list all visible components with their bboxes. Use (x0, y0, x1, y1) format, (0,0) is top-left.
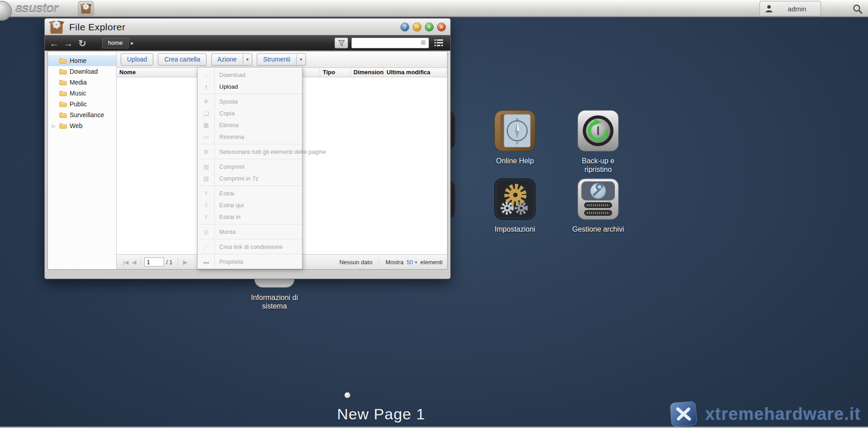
desktop-icon-online-help[interactable]: N S Online Help (486, 110, 544, 165)
menu-item-rinomina[interactable]: ▭ Rinomina (198, 131, 302, 143)
menu-item-label: Estrai (219, 190, 234, 197)
search-icon (852, 4, 863, 14)
breadcrumb-arrow-icon[interactable]: ▸ (131, 40, 134, 46)
menu-item-estrai-in[interactable]: ⇧ Estrai in (198, 211, 302, 223)
desktop-icon-backup-restore[interactable]: Back-up e ripristino (569, 110, 627, 174)
user-menu-button[interactable]: admin (760, 1, 821, 16)
divider (141, 258, 141, 266)
expand-triangle-icon[interactable]: ▷ (51, 124, 57, 128)
action-dropdown-menu: ↓ Download ↑ Upload ✜ Sposta ❏ Copia ▦ E… (197, 67, 302, 269)
folder-icon (59, 57, 67, 64)
view-mode-button[interactable] (432, 38, 446, 48)
properties-icon: ▬ (202, 258, 211, 265)
window-app-icon (48, 19, 65, 37)
compress-7z-icon: ▤ (202, 175, 211, 182)
sidebar-item-public[interactable]: Public (48, 99, 116, 109)
asustor-logo: asustor (15, 1, 58, 16)
menu-item-estrai-qui[interactable]: ⇧ Estrai qui (198, 199, 302, 211)
share-link-icon: ⋰ (202, 243, 211, 250)
menu-item-label: Upload (219, 83, 238, 90)
list-view-icon (434, 38, 444, 48)
previous-page-button[interactable]: ◀ (132, 259, 136, 266)
sidebar-item-label: Download (70, 68, 98, 75)
menu-item-copia[interactable]: ❏ Copia (198, 107, 302, 119)
maximize-button[interactable]: + (425, 23, 434, 31)
first-page-button[interactable]: |◀ (123, 259, 128, 266)
global-search-button[interactable] (851, 2, 864, 16)
close-button[interactable]: × (437, 23, 446, 31)
sidebar-item-media[interactable]: Media (48, 77, 116, 88)
corner-orb-icon[interactable] (0, 1, 12, 21)
menu-item-label: Proprietà (219, 258, 243, 265)
sidebar-item-label: Home (70, 57, 86, 64)
chevron-down-icon[interactable]: ▾ (296, 55, 306, 65)
menu-separator (198, 185, 302, 186)
folder-icon (59, 90, 67, 96)
column-header-dimensioni[interactable]: Dimensioni (351, 68, 384, 77)
window-titlebar[interactable]: File Explorer ? − + × (45, 19, 450, 35)
menu-item-label: Crea link di condivisione (219, 243, 283, 250)
sidebar-item-home[interactable]: Home (48, 55, 116, 66)
desktop-icon-storage-manager[interactable]: Gestione archivi (569, 178, 627, 233)
chevron-down-icon[interactable]: ▾ (243, 55, 252, 65)
column-header-ultima-modifica[interactable]: Ultima modifica (384, 68, 447, 77)
menu-item-label: Comprimi in 7z (219, 175, 259, 182)
clear-filter-icon[interactable]: ⊗ (420, 39, 426, 46)
menu-item-comprimi-7z[interactable]: ▤ Comprimi in 7z (198, 172, 302, 184)
folder-icon (59, 79, 67, 86)
taskbar-file-explorer-button[interactable] (78, 1, 94, 16)
menu-item-estrai[interactable]: ⇧ Estrai (198, 187, 302, 199)
menu-item-label: Copia (219, 110, 235, 117)
column-header-tipo[interactable]: Tipo (320, 68, 351, 77)
next-page-button[interactable]: ▶ (183, 259, 187, 266)
upload-button[interactable]: Upload (121, 53, 153, 66)
filter-button[interactable] (335, 38, 348, 48)
svg-text:S: S (516, 141, 519, 145)
sidebar-item-label: Surveillance (70, 111, 104, 119)
sidebar-item-download[interactable]: Download (48, 66, 116, 77)
action-menu-button[interactable]: Azione ▾ (211, 53, 252, 66)
mount-icon: ◎ (202, 228, 211, 235)
menu-item-monta[interactable]: ◎ Monta (198, 226, 302, 238)
items-label: elementi (420, 259, 443, 266)
upload-button-label: Upload (121, 54, 153, 65)
desktop-page-label: New Page 1 (337, 405, 425, 423)
folder-icon (59, 112, 67, 118)
page-size-dropdown[interactable]: 50 (406, 259, 413, 266)
menu-item-sposta[interactable]: ✜ Sposta (198, 95, 302, 107)
sidebar-item-music[interactable]: Music (48, 88, 116, 99)
menu-item-comprimi[interactable]: ▤ Comprimi (198, 161, 302, 172)
menu-item-elimina[interactable]: ▦ Elimina (198, 119, 302, 131)
menu-item-upload[interactable]: ↑ Upload (198, 81, 302, 92)
folder-icon (59, 123, 67, 129)
filter-input[interactable] (351, 38, 429, 48)
back-button[interactable]: ← (49, 38, 59, 48)
download-icon: ↓ (202, 71, 211, 78)
breadcrumb-home-tab[interactable]: home (102, 38, 129, 48)
create-folder-button[interactable]: Crea cartella (158, 53, 206, 66)
settings-icon (494, 178, 536, 220)
tools-menu-button[interactable]: Strumenti ▾ (257, 53, 306, 66)
minimize-button[interactable]: − (413, 23, 421, 31)
navigation-bar: ← → ↻ home ▸ ⊗ (45, 35, 450, 51)
copy-icon: ❏ (202, 110, 211, 117)
desktop-icon-settings[interactable]: Impostazioni (486, 178, 544, 233)
forward-button[interactable]: → (63, 38, 73, 48)
sidebar-item-surveillance[interactable]: Surveillance (48, 109, 116, 120)
menu-separator (198, 224, 302, 224)
menu-item-download[interactable]: ↓ Download (198, 69, 302, 81)
menu-item-proprieta[interactable]: ▬ Proprietà (198, 256, 302, 267)
help-button[interactable]: ? (401, 23, 409, 31)
move-icon: ✜ (202, 98, 211, 105)
extract-here-icon: ⇧ (202, 202, 211, 209)
page-number-input[interactable] (144, 257, 164, 266)
chevron-down-icon[interactable]: ▾ (415, 260, 417, 265)
sidebar-item-web[interactable]: ▷ Web (48, 120, 116, 131)
desktop-page-dot[interactable] (344, 392, 350, 398)
refresh-button[interactable]: ↻ (77, 38, 87, 48)
menu-item-crea-link[interactable]: ⋰ Crea link di condivisione (198, 241, 302, 252)
menu-item-selezionare-tutti[interactable]: ⊞ Selezionare tutti gli elementi delle p… (198, 146, 302, 157)
desktop-icon-label: Informazioni di sistema (245, 293, 304, 310)
online-help-icon: N S (494, 110, 536, 152)
extract-icon: ⇧ (202, 190, 211, 197)
